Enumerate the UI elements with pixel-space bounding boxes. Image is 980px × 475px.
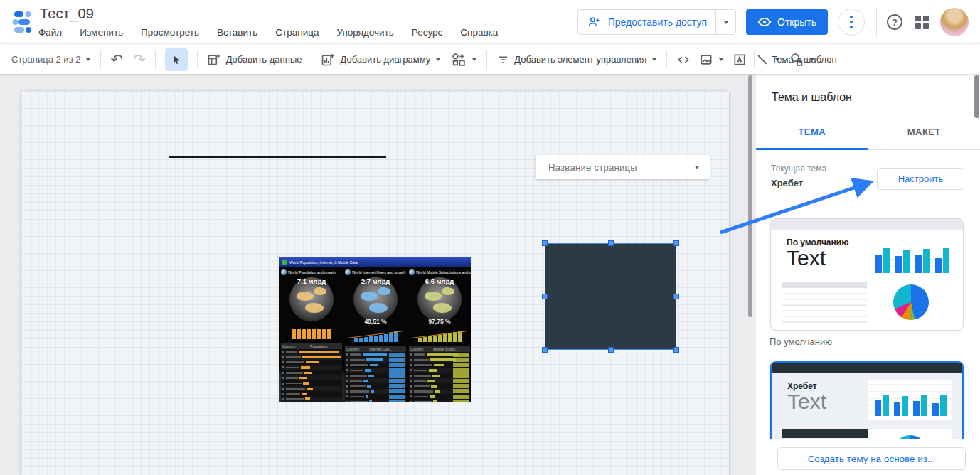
- share-button-label: Предоставить доступ: [608, 16, 707, 28]
- map-blob: [314, 287, 326, 295]
- row-name: [414, 370, 427, 372]
- bar-cyan: [903, 250, 910, 273]
- bar-group: [875, 395, 889, 416]
- chevron-down-icon: [651, 58, 657, 61]
- mini-table-row: [281, 375, 342, 380]
- document-title[interactable]: Тест_09: [40, 6, 94, 22]
- share-button[interactable]: Предоставить доступ: [578, 10, 715, 34]
- mini-bar: [297, 329, 301, 339]
- panel-scrollbar[interactable]: [974, 75, 979, 118]
- view-button-label: Открыть: [777, 16, 816, 28]
- row-bar: [301, 366, 310, 369]
- menu-Файл[interactable]: Файл: [38, 27, 62, 38]
- tab-МАКЕТ[interactable]: МАКЕТ: [868, 114, 980, 149]
- dashboard-section-title: World Internet Users and growth: [352, 270, 405, 274]
- text-line: [782, 293, 867, 294]
- mini-table-row: [281, 354, 342, 359]
- undo-button[interactable]: ↶: [110, 52, 123, 67]
- more-options-button[interactable]: [838, 9, 865, 36]
- mini-bar: [307, 329, 311, 339]
- add-chart-button[interactable]: Добавить диаграмму: [321, 53, 441, 67]
- create-theme-button[interactable]: Создать тему на основе из...: [777, 447, 966, 470]
- line-element[interactable]: [169, 156, 386, 158]
- apps-grid-button[interactable]: [915, 16, 929, 29]
- dashboard-columns: World Population and growth7,1 млрдCount…: [279, 267, 471, 402]
- row-rank: [346, 375, 348, 377]
- share-dropdown-button[interactable]: [715, 10, 735, 34]
- row-name: [414, 359, 429, 361]
- customize-theme-button[interactable]: Настроить: [877, 168, 964, 190]
- row-bar: [434, 364, 444, 367]
- community-viz-button[interactable]: [451, 52, 477, 68]
- toolbar: Страница 2 из 2 ↶ ↷ Добавить данные: [0, 45, 980, 74]
- mini-table-row: [345, 368, 406, 373]
- tab-ТЕМА[interactable]: ТЕМА: [756, 114, 868, 149]
- resize-handle-n[interactable]: [608, 240, 614, 246]
- insert-image-button[interactable]: [699, 53, 724, 67]
- insert-text-button[interactable]: [733, 53, 747, 67]
- menu-Вставить[interactable]: Вставить: [217, 27, 257, 38]
- embed-url-button[interactable]: [676, 53, 691, 67]
- menu-Упорядочить[interactable]: Упорядочить: [336, 27, 393, 38]
- resize-handle-s[interactable]: [608, 347, 614, 353]
- menu-Справка[interactable]: Справка: [460, 27, 498, 38]
- mini-table-row: [345, 363, 406, 368]
- mini-table-header: CountryInternet Use...: [345, 346, 406, 352]
- menu-Просмотреть[interactable]: Просмотреть: [141, 27, 199, 38]
- mini-bar: [327, 329, 331, 339]
- resize-handle-se[interactable]: [673, 347, 679, 353]
- data-studio-logo-icon[interactable]: [10, 8, 38, 36]
- resize-handle-w[interactable]: [542, 294, 548, 299]
- report-page[interactable]: Название страницы World Population, Inte…: [21, 91, 729, 475]
- mini-bar: [443, 334, 447, 342]
- globe-chart: 2,7 млрд: [353, 277, 398, 322]
- text-line: [782, 304, 867, 306]
- resize-handle-e[interactable]: [673, 294, 679, 299]
- row-name: [286, 388, 305, 390]
- dashboard-column-2: World Internet Users and growth2,7 млрд4…: [345, 268, 406, 402]
- resize-handle-sw[interactable]: [542, 347, 548, 353]
- theme-panel-toggle[interactable]: Тема и шаблон: [772, 54, 837, 65]
- page-selector[interactable]: Страница 2 из 2: [11, 54, 91, 65]
- select-tool-button[interactable]: [165, 48, 188, 71]
- mini-bar-chart: [283, 325, 340, 339]
- row-rank: [410, 385, 412, 388]
- resize-handle-nw[interactable]: [542, 240, 548, 246]
- selected-rectangle-element[interactable]: [545, 244, 676, 349]
- user-avatar[interactable]: [940, 8, 969, 36]
- more-vert-icon: [850, 16, 853, 18]
- row-bar: [427, 380, 435, 383]
- menu-Изменить[interactable]: Изменить: [80, 27, 123, 38]
- canvas-scrollbar[interactable]: [748, 75, 752, 317]
- person-add-icon: [587, 15, 601, 29]
- mini-table-row: [409, 373, 470, 378]
- menu-Ресурс[interactable]: Ресурс: [412, 27, 443, 38]
- menu-Страница[interactable]: Страница: [275, 27, 319, 38]
- mini-table-header-cell: Mobile Subsc...: [433, 347, 459, 351]
- view-button[interactable]: Открыть: [746, 9, 828, 35]
- mini-bar: [312, 329, 316, 339]
- add-control-button[interactable]: Добавить элемент управления: [496, 53, 657, 66]
- embedded-dashboard-image[interactable]: World Population, Internet, & Mobile Dat…: [279, 257, 471, 402]
- row-bar: [366, 358, 383, 361]
- add-data-button[interactable]: Добавить данные: [207, 53, 302, 67]
- row-bar: [369, 400, 372, 402]
- mini-table-row: [345, 383, 406, 388]
- help-button[interactable]: [887, 14, 902, 30]
- row-rank: [410, 390, 412, 393]
- theme-card-default[interactable]: По умолчанию Text: [770, 218, 964, 331]
- row-name: [350, 390, 369, 393]
- bar-blue: [915, 255, 922, 273]
- row-name: [286, 393, 300, 395]
- page-title-dropdown[interactable]: Название страницы: [536, 155, 710, 179]
- bar-group: [935, 248, 949, 273]
- map-blob: [425, 292, 442, 301]
- redo-button[interactable]: ↷: [133, 52, 146, 67]
- resize-handle-ne[interactable]: [673, 240, 679, 246]
- mini-table-row: [409, 378, 470, 383]
- text-line: [782, 316, 867, 317]
- mini-table: CountryPopulation: [281, 343, 342, 402]
- row-rank: [410, 353, 412, 356]
- theme-preview-block: [782, 429, 869, 438]
- bar-blue: [935, 258, 942, 273]
